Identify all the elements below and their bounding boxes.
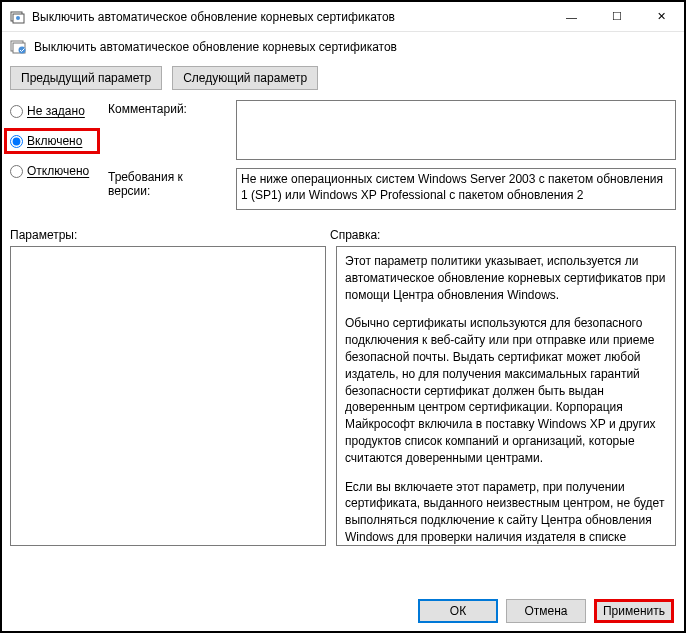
requirements-label: Требования к версии: (108, 168, 228, 210)
radio-not-configured[interactable]: Не задано (10, 104, 100, 118)
subtitle-row: Выключить автоматическое обновление корн… (2, 32, 684, 62)
params-pane[interactable] (10, 246, 326, 546)
minimize-button[interactable]: — (549, 2, 594, 31)
radio-disabled[interactable]: Отключено (10, 164, 100, 178)
requirements-box[interactable]: Не ниже операционных систем Windows Serv… (236, 168, 676, 210)
upper-area: Не задано Включено Отключено Комментарий… (2, 100, 684, 218)
lower-panes: Этот параметр политики указывает, исполь… (2, 246, 684, 546)
params-label: Параметры: (10, 228, 330, 242)
comment-input[interactable] (236, 100, 676, 160)
radio-not-configured-input[interactable] (10, 105, 23, 118)
subtitle-text: Выключить автоматическое обновление корн… (34, 40, 397, 54)
apply-button[interactable]: Применить (594, 599, 674, 623)
window-title: Выключить автоматическое обновление корн… (32, 10, 549, 24)
maximize-button[interactable]: ☐ (594, 2, 639, 31)
help-paragraph-3: Если вы включаете этот параметр, при пол… (345, 479, 671, 546)
radio-enabled-label: Включено (27, 134, 82, 148)
window-controls: — ☐ ✕ (549, 2, 684, 31)
comment-label: Комментарий: (108, 100, 228, 160)
nav-row: Предыдущий параметр Следующий параметр (2, 62, 684, 100)
radio-disabled-label: Отключено (27, 164, 89, 178)
help-label: Справка: (330, 228, 676, 242)
comment-row: Комментарий: (108, 100, 676, 160)
help-pane[interactable]: Этот параметр политики указывает, исполь… (336, 246, 676, 546)
help-paragraph-1: Этот параметр политики указывает, исполь… (345, 253, 671, 303)
fields-column: Комментарий: Требования к версии: Не ниж… (108, 100, 676, 218)
requirements-row: Требования к версии: Не ниже операционны… (108, 168, 676, 210)
radio-enabled-highlight: Включено (4, 128, 100, 154)
ok-button[interactable]: ОК (418, 599, 498, 623)
help-paragraph-2: Обычно сертификаты используются для безо… (345, 315, 671, 466)
policy-sub-icon (10, 38, 28, 56)
svg-point-5 (19, 47, 26, 54)
radio-column: Не задано Включено Отключено (10, 100, 100, 218)
dialog-buttons: ОК Отмена Применить (418, 599, 674, 623)
policy-icon (10, 9, 26, 25)
next-setting-button[interactable]: Следующий параметр (172, 66, 318, 90)
radio-not-configured-label: Не задано (27, 104, 85, 118)
lower-labels: Параметры: Справка: (2, 218, 684, 246)
svg-point-2 (16, 16, 20, 20)
radio-enabled-input[interactable] (10, 135, 23, 148)
radio-enabled[interactable]: Включено (10, 134, 91, 148)
radio-disabled-input[interactable] (10, 165, 23, 178)
prev-setting-button[interactable]: Предыдущий параметр (10, 66, 162, 90)
close-button[interactable]: ✕ (639, 2, 684, 31)
titlebar: Выключить автоматическое обновление корн… (2, 2, 684, 32)
cancel-button[interactable]: Отмена (506, 599, 586, 623)
